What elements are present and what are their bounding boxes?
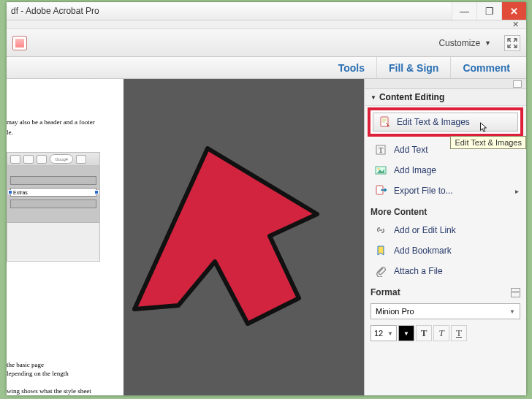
underline-button[interactable]: T	[451, 325, 467, 341]
font-family-select[interactable]: Minion Pro ▼	[370, 303, 520, 319]
annotation-arrow	[120, 119, 324, 360]
fullscreen-button[interactable]	[504, 35, 520, 51]
add-text-label: Add Text	[394, 145, 428, 155]
inset-nav-back[interactable]	[10, 155, 20, 164]
svg-point-5	[378, 168, 380, 170]
content-editing-header[interactable]: ▼ Content Editing	[365, 89, 526, 106]
more-content-label: More Content	[370, 207, 427, 217]
tools-panel: ▼ Content Editing Edit Text & Images Ed	[364, 79, 526, 395]
panel-options-button[interactable]	[513, 80, 522, 88]
collapse-icon[interactable]: —	[511, 288, 520, 297]
inset-footer-row	[10, 200, 96, 208]
inset-window: Goog▾ Extras	[7, 152, 100, 262]
create-pdf-icon[interactable]	[12, 36, 27, 50]
inset-data-row[interactable]: Extras	[10, 188, 96, 197]
tooltip: Edit Text & Images	[450, 136, 526, 149]
document-close-button[interactable]: ✕	[512, 20, 519, 29]
svg-text:T: T	[379, 145, 384, 154]
font-size-value: 12	[374, 329, 383, 338]
document-text: lepending on the length	[7, 370, 121, 377]
tab-tools[interactable]: Tools	[327, 57, 376, 78]
export-file-label: Export File to...	[394, 186, 453, 196]
selection-handle[interactable]	[8, 190, 12, 194]
app-window: df - Adobe Acrobat Pro — ❐ ✕ ✕ Customize…	[7, 2, 526, 395]
export-file-button[interactable]: Export File to...	[365, 180, 526, 201]
inset-nav-extra[interactable]	[76, 155, 86, 164]
highlight-annotation: Edit Text & Images	[368, 107, 523, 137]
inset-nav-stop[interactable]	[37, 155, 47, 164]
text-color-button[interactable]: ▼	[398, 325, 414, 341]
fullscreen-icon	[507, 38, 517, 48]
window-buttons: — ❐ ✕	[452, 2, 526, 20]
tabbar: Tools Fill & Sign Comment	[7, 57, 526, 79]
document-text: wing shows what the style sheet	[7, 387, 121, 395]
document-text: the basic page	[7, 361, 121, 368]
paperclip-icon	[375, 265, 387, 277]
add-link-button[interactable]: Add or Edit Link	[365, 220, 526, 240]
add-link-label: Add or Edit Link	[394, 225, 456, 235]
window-title: df - Adobe Acrobat Pro	[7, 6, 452, 16]
add-bookmark-label: Add Bookmark	[394, 246, 452, 256]
minimize-button[interactable]: —	[452, 2, 476, 20]
tab-comment[interactable]: Comment	[450, 57, 522, 78]
bookmark-icon	[375, 245, 387, 256]
inset-header-row	[10, 176, 96, 185]
caret-down-icon: ▼	[484, 39, 491, 47]
edit-page-icon	[379, 116, 391, 128]
customize-button[interactable]: Customize ▼	[433, 35, 497, 51]
format-label: Format	[370, 287, 400, 297]
link-icon	[375, 224, 387, 236]
toolbar: Customize ▼	[7, 29, 526, 57]
cursor-icon	[479, 122, 488, 134]
customize-label: Customize	[438, 38, 480, 48]
document-page-bottom: the basic page lepending on the length w…	[7, 357, 123, 395]
inset-lower	[7, 223, 99, 259]
collapse-triangle-icon: ▼	[370, 94, 376, 101]
export-file-icon	[375, 185, 387, 197]
font-row: Minion Pro ▼	[365, 300, 526, 322]
edit-text-images-label: Edit Text & Images	[397, 117, 470, 127]
add-image-button[interactable]: Add Image	[365, 160, 526, 180]
section-title: Content Editing	[379, 92, 444, 102]
document-text: le.	[7, 129, 119, 136]
add-image-icon	[375, 164, 387, 176]
menubar: ✕	[7, 20, 526, 29]
italic-button[interactable]: T	[433, 325, 449, 341]
caret-down-icon: ▼	[403, 330, 409, 337]
panel-tabstrip	[365, 79, 526, 89]
titlebar: df - Adobe Acrobat Pro — ❐ ✕	[7, 2, 526, 20]
inset-toolbar: Goog▾	[7, 153, 99, 166]
format-header: Format —	[365, 281, 526, 300]
content-area: may also be a header and a footer le. Go…	[7, 79, 526, 395]
tab-fill-sign[interactable]: Fill & Sign	[376, 57, 450, 78]
inset-search-dropdown[interactable]: Goog▾	[50, 154, 73, 164]
add-text-icon: T	[375, 144, 387, 156]
add-bookmark-button[interactable]: Add Bookmark	[365, 240, 526, 261]
attach-file-label: Attach a File	[394, 266, 443, 276]
bold-button[interactable]: T	[416, 325, 432, 341]
caret-down-icon: ▼	[509, 308, 515, 315]
format-controls-row: 12 ▼ ▼ T T T	[365, 322, 526, 344]
inset-body: Extras	[7, 166, 99, 223]
close-button[interactable]: ✕	[501, 2, 526, 20]
add-image-label: Add Image	[394, 165, 436, 175]
caret-down-icon: ▼	[387, 330, 393, 337]
inset-row-label: Extras	[13, 190, 28, 195]
inset-nav-forward[interactable]	[23, 155, 34, 164]
document-viewport[interactable]: may also be a header and a footer le. Go…	[7, 79, 364, 395]
font-name-value: Minion Pro	[376, 307, 414, 316]
attach-file-button[interactable]: Attach a File	[365, 261, 526, 281]
font-size-select[interactable]: 12 ▼	[370, 325, 397, 341]
selection-handle[interactable]	[94, 190, 99, 194]
maximize-button[interactable]: ❐	[476, 2, 501, 20]
document-text: may also be a header and a footer	[7, 118, 119, 126]
more-content-header: More Content	[365, 201, 526, 220]
edit-text-images-button[interactable]: Edit Text & Images	[373, 113, 518, 132]
